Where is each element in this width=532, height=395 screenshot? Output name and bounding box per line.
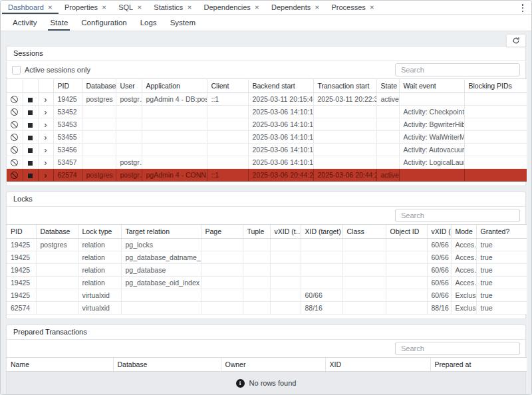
cancel-icon[interactable] [11, 108, 18, 116]
tab-processes[interactable]: Processes ✕ [325, 1, 380, 14]
column-header[interactable]: Application [142, 79, 207, 93]
column-header[interactable]: State [376, 79, 399, 93]
column-header[interactable] [23, 79, 38, 93]
table-row[interactable]: 534522025-03-06 14:10:11 …Activity: Chec… [7, 106, 527, 118]
column-header[interactable]: User [116, 79, 142, 93]
cancel-icon[interactable] [11, 121, 18, 128]
cell [82, 131, 116, 144]
active-sessions-filter[interactable]: Active sessions only [12, 66, 90, 74]
cell: 88/16 [427, 302, 451, 315]
tab-statistics[interactable]: Statistics ✕ [148, 1, 198, 14]
close-icon[interactable]: ✕ [370, 5, 374, 11]
column-header[interactable]: Mode [451, 225, 476, 239]
tab-dependencies[interactable]: Dependencies ✕ [198, 1, 265, 14]
table-row[interactable]: 534532025-03-06 14:10:11 …Activity: Bgwr… [7, 118, 527, 131]
column-header[interactable]: Class [342, 225, 386, 239]
column-header[interactable]: Target relation [121, 225, 201, 239]
sessions-search-input[interactable] [395, 63, 520, 76]
expand-icon[interactable] [44, 146, 47, 154]
column-header[interactable]: Database [36, 225, 78, 239]
column-header[interactable]: Database [82, 79, 116, 93]
kebab-menu-icon[interactable] [519, 3, 527, 13]
table-row[interactable]: 62574postgrespostgr…pgAdmin 4 - CONN:6…:… [7, 169, 527, 182]
terminate-icon[interactable] [28, 136, 33, 140]
column-header[interactable]: Database [113, 358, 221, 372]
expand-icon[interactable] [44, 108, 47, 116]
expand-icon[interactable] [44, 171, 47, 180]
cell: postgr… [116, 169, 142, 182]
table-row[interactable]: 534552025-03-06 14:10:11 …Activity: WalW… [7, 131, 527, 144]
cancel-icon[interactable] [11, 134, 18, 141]
subtab-logs[interactable]: Logs [134, 15, 164, 31]
column-header[interactable]: Owner [221, 358, 325, 372]
cell [464, 93, 527, 106]
expand-icon[interactable] [44, 133, 47, 142]
column-header[interactable]: XID (target) [301, 225, 342, 239]
table-row[interactable]: 19425relationpg_database_oid_index60/66A… [7, 277, 527, 289]
column-header[interactable]: vXID (t… [270, 225, 301, 239]
cell [207, 156, 248, 169]
terminate-icon[interactable] [28, 98, 33, 102]
table-row[interactable]: 62574virtualxid88/1688/16Exclusi…true [7, 302, 527, 315]
table-row[interactable]: 534562025-03-06 14:10:11 …Activity: Auto… [7, 144, 527, 156]
column-header[interactable] [7, 79, 23, 93]
column-header[interactable]: Name [7, 358, 113, 372]
expand-icon[interactable] [44, 95, 47, 104]
column-header[interactable]: Tuple [243, 225, 270, 239]
column-header[interactable]: Transaction start [313, 79, 376, 93]
column-header[interactable]: Backend start [248, 79, 313, 93]
column-header[interactable]: Granted? [476, 225, 527, 239]
cancel-icon[interactable] [11, 96, 18, 103]
cancel-icon[interactable] [11, 159, 18, 166]
terminate-icon[interactable] [28, 161, 33, 166]
cell: 19425 [7, 277, 36, 289]
column-header[interactable]: PID [53, 79, 82, 93]
close-icon[interactable]: ✕ [102, 5, 106, 11]
subtab-state[interactable]: State [43, 15, 74, 31]
terminate-icon[interactable] [28, 174, 33, 178]
close-icon[interactable]: ✕ [187, 5, 192, 11]
column-header[interactable]: Lock type [78, 225, 121, 239]
column-header[interactable]: PID [7, 225, 36, 239]
tab-dependents[interactable]: Dependents ✕ [265, 1, 325, 14]
subtab-activity[interactable]: Activity [6, 15, 43, 31]
column-header[interactable]: Object ID [386, 225, 427, 239]
terminate-icon[interactable] [28, 110, 33, 115]
checkbox-unchecked[interactable] [12, 66, 21, 74]
table-row[interactable]: 19425postgrespostgr…pgAdmin 4 - DB:post…… [7, 93, 527, 106]
table-row[interactable]: 19425virtualxid60/6660/66Exclusi…true [7, 289, 527, 302]
close-icon[interactable]: ✕ [137, 5, 142, 11]
table-row[interactable]: 19425postgresrelationpg_locks60/66Acces…… [7, 239, 527, 251]
close-icon[interactable]: ✕ [255, 5, 259, 11]
expand-icon[interactable] [44, 120, 47, 129]
table-row[interactable]: 19425relationpg_database60/66Acces…true [7, 264, 527, 277]
prepared-search-input[interactable] [395, 342, 520, 355]
cancel-icon[interactable] [11, 172, 18, 179]
subtab-configuration[interactable]: Configuration [74, 15, 133, 31]
column-header[interactable]: Wait event [399, 79, 464, 93]
tab-properties[interactable]: Properties ✕ [59, 1, 112, 14]
column-header[interactable]: XID [325, 358, 430, 372]
close-icon[interactable]: ✕ [48, 5, 53, 11]
table-row[interactable]: 19425relationpg_database_datname_ind…60/… [7, 251, 527, 264]
icon-cell [38, 93, 53, 106]
expand-icon[interactable] [44, 158, 47, 167]
column-header[interactable]: Page [201, 225, 243, 239]
column-header[interactable]: Prepared at [430, 358, 527, 372]
column-header[interactable]: Client [207, 79, 248, 93]
column-header[interactable] [38, 79, 53, 93]
table-row[interactable]: 53457postgr…2025-03-06 14:10:11 …Activit… [7, 156, 527, 169]
column-header[interactable]: Blocking PIDs [464, 79, 527, 93]
cancel-icon[interactable] [11, 146, 18, 154]
refresh-button[interactable] [506, 34, 526, 47]
terminate-icon[interactable] [28, 123, 33, 128]
tab-sql[interactable]: SQL ✕ [112, 1, 148, 14]
cell: 2025-03-06 20:44:25 … [248, 169, 313, 182]
locks-search-input[interactable] [395, 209, 520, 222]
tab-dashboard[interactable]: Dashboard ✕ [2, 1, 59, 14]
column-header[interactable]: vXID (… [427, 225, 451, 239]
close-icon[interactable]: ✕ [315, 5, 319, 11]
cell [464, 118, 527, 131]
terminate-icon[interactable] [28, 148, 33, 153]
subtab-system[interactable]: System [164, 15, 202, 31]
